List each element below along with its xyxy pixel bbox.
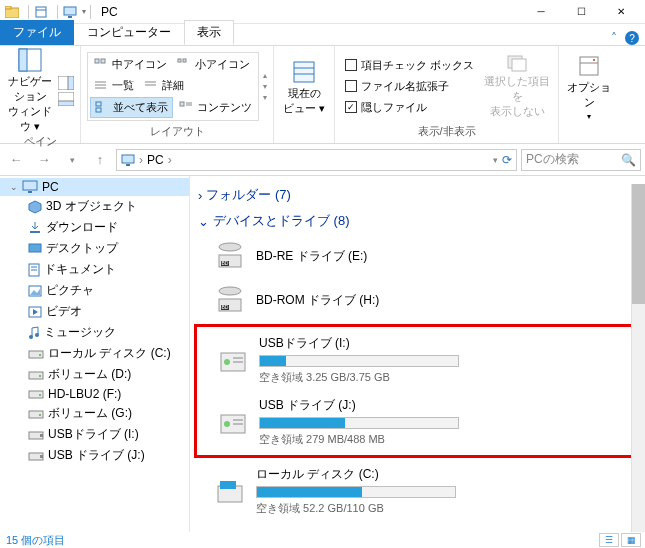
tree-item[interactable]: ダウンロード: [0, 217, 189, 238]
svg-rect-59: [40, 434, 43, 437]
svg-rect-79: [220, 481, 228, 489]
item-checkboxes-toggle[interactable]: 項目チェック ボックス: [341, 56, 478, 75]
qat-properties-icon[interactable]: [33, 4, 49, 20]
drive-item[interactable]: BDBD-RE ドライブ (E:): [194, 234, 641, 278]
layout-medium-icons[interactable]: 中アイコン: [90, 55, 171, 74]
minimize-button[interactable]: ─: [521, 0, 561, 24]
tiles-view-icon[interactable]: ▦: [621, 533, 641, 547]
preview-pane-icon[interactable]: [58, 76, 74, 90]
tree-item[interactable]: ドキュメント: [0, 259, 189, 280]
chevron-down-icon: ⌄: [198, 214, 209, 229]
bd-icon: BD: [214, 240, 246, 272]
refresh-icon[interactable]: ⟳: [502, 153, 512, 167]
desktop-icon: [28, 242, 42, 256]
drive-name: BD-ROM ドライブ (H:): [256, 292, 637, 309]
chevron-down-icon: ▾: [587, 112, 591, 121]
tab-computer[interactable]: コンピューター: [74, 20, 184, 45]
scroll-up-icon[interactable]: ▴: [263, 71, 267, 80]
layout-list[interactable]: 一覧: [90, 76, 138, 95]
file-ext-toggle[interactable]: ファイル名拡張子: [341, 77, 478, 96]
tree-item[interactable]: 3D オブジェクト: [0, 196, 189, 217]
layout-small-icons[interactable]: 小アイコン: [173, 55, 254, 74]
drive-item[interactable]: USB ドライブ (J:)空き領域 279 MB/488 MB: [197, 391, 638, 453]
tree-item-label: ダウンロード: [46, 219, 118, 236]
tree-item[interactable]: ボリューム (D:): [0, 364, 189, 385]
usb-icon: [28, 450, 44, 462]
dropdown-icon[interactable]: ▾: [493, 155, 498, 165]
nav-tree: ⌄PC3D オブジェクトダウンロードデスクトップドキュメントピクチャビデオミュー…: [0, 176, 190, 532]
tree-item[interactable]: デスクトップ: [0, 238, 189, 259]
drive-name: BD-RE ドライブ (E:): [256, 248, 637, 265]
tab-view[interactable]: 表示: [184, 20, 234, 45]
search-box[interactable]: PCの検索 🔍: [521, 149, 641, 171]
back-button[interactable]: ←: [4, 148, 28, 172]
current-view-label: 現在の ビュー ▾: [283, 86, 325, 116]
tree-item[interactable]: USBドライブ (I:): [0, 424, 189, 445]
tab-file[interactable]: ファイル: [0, 20, 74, 45]
scrollbar[interactable]: [631, 184, 645, 532]
svg-rect-40: [29, 244, 41, 252]
svg-rect-80: [228, 481, 236, 489]
group-current-view: [302, 127, 305, 141]
tree-item[interactable]: USB ドライブ (J:): [0, 445, 189, 466]
options-button[interactable]: オプション ▾: [565, 54, 613, 121]
collapse-ribbon-icon[interactable]: ˄: [611, 31, 617, 45]
forward-button[interactable]: →: [32, 148, 56, 172]
current-view-button[interactable]: 現在の ビュー ▾: [280, 60, 328, 116]
section-folders[interactable]: › フォルダー (7): [194, 182, 641, 208]
address-bar[interactable]: › PC › ▾ ⟳: [116, 149, 517, 171]
svg-rect-12: [95, 59, 99, 63]
crumb-sep[interactable]: ›: [168, 153, 172, 167]
svg-rect-2: [36, 7, 46, 17]
tree-item-label: ボリューム (D:): [48, 366, 131, 383]
status-text: 15 個の項目: [6, 533, 65, 548]
drive-item[interactable]: USBドライブ (I:)空き領域 3.25 GB/3.75 GB: [197, 329, 638, 391]
section-drives-label: デバイスとドライブ (8): [213, 212, 350, 230]
highlight-box: USBドライブ (I:)空き領域 3.25 GB/3.75 GBUSB ドライブ…: [194, 324, 641, 458]
svg-rect-1: [5, 6, 11, 9]
expand-icon[interactable]: ▾: [263, 93, 267, 102]
tree-item-label: USB ドライブ (J:): [48, 447, 145, 464]
up-button[interactable]: ↑: [88, 148, 112, 172]
svg-rect-73: [233, 361, 243, 363]
tree-item[interactable]: ローカル ディスク (C:): [0, 343, 189, 364]
usb-icon: [28, 429, 44, 441]
svg-rect-34: [122, 155, 134, 163]
breadcrumb[interactable]: PC: [147, 153, 164, 167]
crumb-sep[interactable]: ›: [139, 153, 143, 167]
tree-item[interactable]: HD-LBU2 (F:): [0, 385, 189, 403]
tree-item[interactable]: ボリューム (G:): [0, 403, 189, 424]
recent-dropdown[interactable]: ▾: [60, 148, 84, 172]
layout-tiles[interactable]: 並べて表示: [90, 97, 173, 118]
help-icon[interactable]: ?: [625, 31, 639, 45]
section-drives[interactable]: ⌄ デバイスとドライブ (8): [194, 208, 641, 234]
svg-rect-7: [19, 49, 27, 71]
close-button[interactable]: ✕: [601, 0, 641, 24]
tree-item-label: PC: [42, 180, 59, 194]
hide-selected-button[interactable]: 選択した項目を 表示しない: [482, 54, 552, 119]
tree-item[interactable]: ビデオ: [0, 301, 189, 322]
scroll-down-icon[interactable]: ▾: [263, 82, 267, 91]
layout-details[interactable]: 詳細: [140, 76, 188, 95]
svg-rect-4: [64, 7, 76, 15]
svg-rect-77: [233, 423, 243, 425]
nav-pane-button[interactable]: ナビゲーション ウィンドウ ▾: [6, 48, 54, 134]
drive-item[interactable]: ローカル ディスク (C:)空き領域 52.2 GB/110 GB: [194, 460, 641, 522]
maximize-button[interactable]: ☐: [561, 0, 601, 24]
separator: [57, 5, 58, 19]
nav-pane-label: ナビゲーション ウィンドウ ▾: [6, 74, 54, 134]
hidden-files-toggle[interactable]: ✓隠しファイル: [341, 98, 478, 117]
tree-item[interactable]: ピクチャ: [0, 280, 189, 301]
details-view-icon[interactable]: ☰: [599, 533, 619, 547]
layout-content[interactable]: コンテンツ: [175, 97, 256, 118]
tree-item[interactable]: ⌄PC: [0, 178, 189, 196]
search-icon[interactable]: 🔍: [621, 153, 636, 167]
scrollbar-thumb[interactable]: [632, 184, 645, 304]
svg-point-53: [39, 375, 41, 377]
details-pane-icon[interactable]: [58, 92, 74, 106]
svg-text:BD: BD: [222, 304, 229, 310]
content-pane: › フォルダー (7) ⌄ デバイスとドライブ (8) BDBD-RE ドライブ…: [190, 176, 645, 532]
drive-item[interactable]: BDBD-ROM ドライブ (H:): [194, 278, 641, 322]
chevron-down-icon[interactable]: ▾: [82, 7, 86, 16]
tree-item[interactable]: ミュージック: [0, 322, 189, 343]
